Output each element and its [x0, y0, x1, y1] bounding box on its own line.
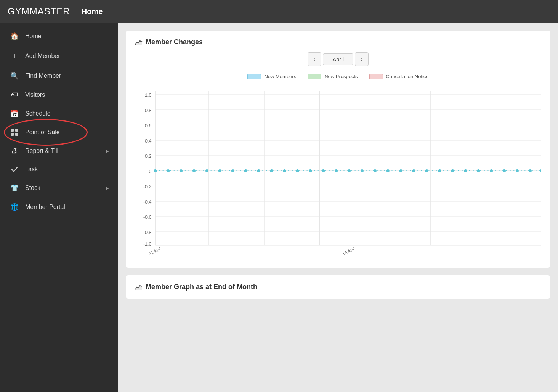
home-icon: 🏠	[9, 32, 20, 40]
sidebar-item-find-member[interactable]: 🔍 Find Member	[0, 66, 118, 85]
next-month-button[interactable]: ›	[355, 52, 369, 66]
svg-point-51	[348, 169, 351, 172]
svg-point-50	[335, 169, 338, 172]
chart-svg-container: 1.0 0.8 0.6 0.4 0.2 0 -0.2 -0.4 -0.6 -0.…	[135, 87, 541, 256]
grid-icon	[9, 129, 20, 136]
sidebar-item-label: Point of Sale	[25, 129, 109, 136]
svg-rect-2	[11, 133, 14, 136]
svg-text:-0.2: -0.2	[143, 184, 152, 190]
checkmark-icon	[9, 165, 20, 173]
sidebar-item-label: Find Member	[25, 72, 109, 79]
member-graph-title: Member Graph as at End of Month	[135, 283, 541, 291]
calendar-icon: 📅	[9, 109, 20, 118]
logo-bold: GYM	[8, 6, 30, 16]
svg-point-46	[283, 169, 286, 172]
legend-label: Cancellation Notice	[386, 74, 429, 79]
sidebar-item-schedule[interactable]: 📅 Schedule	[0, 104, 118, 123]
sidebar-item-label: Report & Till	[25, 148, 106, 154]
prev-month-button[interactable]: ‹	[308, 52, 321, 66]
svg-rect-0	[11, 129, 14, 132]
svg-text:0.8: 0.8	[145, 108, 152, 113]
svg-point-45	[270, 169, 273, 172]
legend-swatch-green	[308, 74, 321, 79]
svg-point-57	[425, 169, 428, 172]
main-content: Member Changes ‹ April › New Members New…	[118, 23, 558, 392]
shirt-icon: 👕	[9, 184, 20, 192]
svg-point-48	[309, 169, 312, 172]
svg-text:01 Apr: 01 Apr	[148, 246, 161, 255]
sidebar-item-point-of-sale[interactable]: Point of Sale	[0, 123, 118, 141]
globe-icon: 🌐	[9, 203, 20, 211]
sidebar-item-add-member[interactable]: + Add Member	[0, 46, 118, 66]
topbar: GYMMASTER Home	[0, 0, 558, 23]
svg-point-39	[192, 169, 196, 172]
sidebar-item-label: Member Portal	[25, 204, 109, 210]
sidebar-item-label: Add Member	[25, 53, 109, 59]
chart-nav: ‹ April ›	[135, 52, 541, 66]
svg-point-59	[451, 169, 454, 172]
sidebar-item-label: Visitors	[25, 92, 109, 98]
svg-point-40	[205, 169, 208, 172]
legend-cancellation: Cancellation Notice	[369, 74, 429, 79]
legend-swatch-blue	[247, 74, 261, 79]
svg-point-58	[438, 169, 441, 172]
svg-point-62	[490, 169, 493, 172]
page-title: Home	[82, 7, 103, 16]
svg-text:0.6: 0.6	[145, 123, 152, 129]
legend-label: New Members	[264, 74, 296, 79]
sidebar-item-label: Home	[25, 33, 109, 40]
sidebar-item-report-till[interactable]: 🖨 Report & Till ▶	[0, 141, 118, 160]
legend-new-prospects: New Prospects	[308, 74, 358, 79]
svg-marker-69	[135, 286, 142, 290]
svg-text:15 Apr: 15 Apr	[342, 246, 355, 255]
svg-text:0.2: 0.2	[145, 153, 152, 159]
svg-point-47	[296, 169, 299, 172]
printer-icon: 🖨	[9, 147, 20, 155]
member-changes-card: Member Changes ‹ April › New Members New…	[126, 31, 550, 268]
svg-point-49	[322, 169, 325, 172]
svg-point-43	[244, 169, 247, 172]
svg-rect-1	[15, 129, 18, 132]
area-chart-icon	[135, 39, 143, 46]
svg-text:-0.4: -0.4	[143, 199, 152, 205]
svg-text:0: 0	[149, 169, 152, 174]
tag-icon: 🏷	[9, 91, 20, 99]
member-changes-chart: 1.0 0.8 0.6 0.4 0.2 0 -0.2 -0.4 -0.6 -0.…	[135, 87, 541, 255]
svg-point-54	[386, 169, 390, 172]
logo-light: MASTER	[30, 6, 70, 16]
svg-point-65	[529, 169, 532, 172]
chevron-right-icon: ▶	[106, 185, 109, 191]
svg-text:-1.0: -1.0	[143, 241, 152, 247]
logo: GYMMASTER	[8, 6, 70, 17]
search-icon: 🔍	[9, 72, 20, 80]
svg-text:1.0: 1.0	[145, 92, 152, 98]
chart-legend: New Members New Prospects Cancellation N…	[135, 74, 541, 79]
area-chart-icon-2	[135, 283, 143, 291]
sidebar-item-home[interactable]: 🏠 Home	[0, 27, 118, 46]
svg-text:-0.8: -0.8	[143, 230, 152, 235]
sidebar-item-visitors[interactable]: 🏷 Visitors	[0, 85, 118, 104]
svg-point-44	[257, 169, 260, 172]
svg-point-63	[503, 169, 506, 172]
member-changes-title: Member Changes	[135, 38, 541, 46]
legend-new-members: New Members	[247, 74, 296, 79]
body-layout: 🏠 Home + Add Member 🔍 Find Member 🏷 Visi…	[0, 23, 558, 392]
svg-point-52	[361, 169, 364, 172]
svg-point-53	[374, 169, 377, 172]
add-icon: +	[9, 51, 20, 61]
sidebar-item-member-portal[interactable]: 🌐 Member Portal	[0, 198, 118, 217]
sidebar-item-stock[interactable]: 👕 Stock ▶	[0, 178, 118, 198]
svg-text:-0.6: -0.6	[143, 214, 152, 220]
svg-point-42	[231, 169, 234, 172]
svg-point-38	[180, 169, 183, 172]
sidebar-item-label: Schedule	[25, 110, 109, 117]
svg-point-61	[477, 169, 480, 172]
svg-point-64	[516, 169, 519, 172]
sidebar-item-label: Task	[25, 166, 109, 173]
sidebar-item-task[interactable]: Task	[0, 160, 118, 178]
svg-point-37	[167, 169, 170, 172]
month-label: April	[323, 53, 353, 65]
svg-point-56	[412, 169, 415, 172]
svg-point-41	[218, 169, 221, 172]
svg-point-55	[399, 169, 402, 172]
